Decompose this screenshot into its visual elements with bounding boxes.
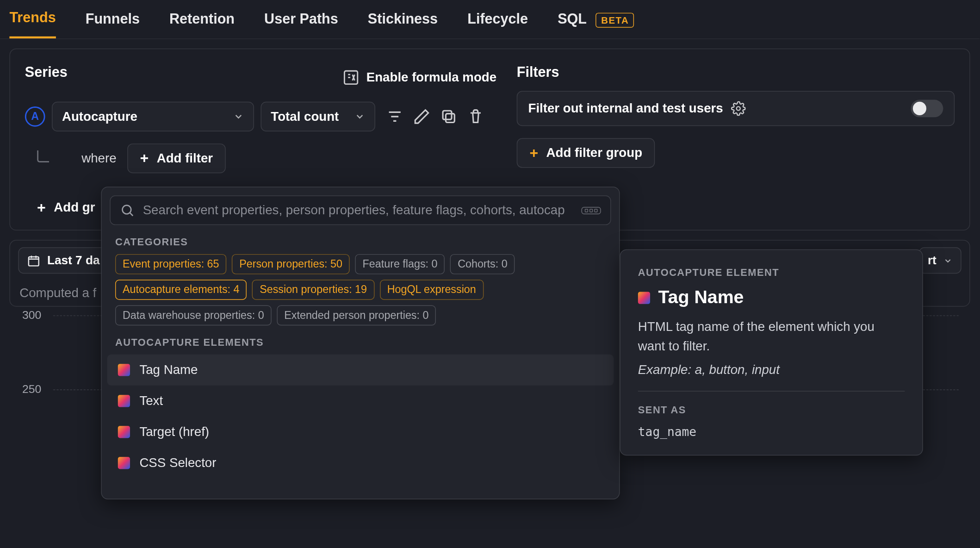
corner-icon: [37, 150, 49, 162]
plus-icon: +: [529, 145, 538, 160]
chevron-down-icon: [943, 256, 952, 265]
svg-rect-2: [443, 111, 452, 119]
sent-as-label: SENT AS: [638, 404, 905, 415]
internal-test-label: Filter out internal and test users: [528, 101, 723, 116]
yaxis-tick-250: 250: [22, 383, 41, 396]
list-item-label: Target (href): [139, 424, 209, 439]
add-filter-group-button[interactable]: + Add filter group: [517, 138, 655, 168]
elements-heading: AUTOCAPTURE ELEMENTS: [115, 336, 606, 348]
internal-test-toggle[interactable]: [911, 100, 943, 117]
beta-badge: BETA: [596, 12, 634, 27]
yaxis-tick-300: 300: [22, 309, 41, 322]
calendar-icon: [27, 254, 40, 267]
plus-icon: +: [140, 151, 149, 166]
chevron-down-icon: [233, 111, 244, 122]
chip-event-properties[interactable]: Event properties: 65: [115, 254, 227, 274]
list-item-text[interactable]: Text: [107, 386, 614, 417]
keyboard-icon: [582, 206, 601, 214]
where-row: where + Add filter: [25, 143, 496, 173]
filter-icon[interactable]: [386, 108, 403, 125]
series-badge-a: A: [25, 106, 45, 127]
insight-tabs: Trends Funnels Retention User Paths Stic…: [0, 0, 980, 39]
tab-sql[interactable]: SQL BETA: [558, 11, 634, 37]
search-icon: [120, 203, 135, 218]
autocapture-icon: [638, 292, 650, 304]
add-filter-label: Add filter: [157, 151, 213, 166]
svg-rect-4: [29, 256, 39, 265]
date-range-value: Last 7 da: [47, 253, 100, 268]
list-item-target-href[interactable]: Target (href): [107, 417, 614, 448]
chip-hogql[interactable]: HogQL expression: [380, 280, 484, 300]
tooltip-title-text: Tag Name: [658, 287, 744, 308]
tab-trends[interactable]: Trends: [9, 9, 56, 38]
chip-session-properties[interactable]: Session properties: 19: [252, 280, 374, 300]
aggregation-value: Total count: [271, 109, 339, 124]
list-item-css-selector[interactable]: CSS Selector: [107, 448, 614, 479]
series-row-a: A Autocapture Total count: [25, 102, 496, 131]
autocapture-icon: [118, 395, 130, 407]
categories-heading: CATEGORIES: [115, 236, 606, 248]
chip-feature-flags[interactable]: Feature flags: 0: [355, 254, 445, 274]
tab-stickiness[interactable]: Stickiness: [368, 11, 438, 37]
filters-title: Filters: [517, 64, 955, 80]
where-label: where: [81, 151, 116, 166]
tab-funnels[interactable]: Funnels: [86, 11, 140, 37]
formula-mode-toggle[interactable]: Enable formula mode: [342, 69, 496, 87]
tab-sql-label: SQL: [558, 11, 586, 26]
property-search-popup: CATEGORIES Event properties: 65 Person p…: [101, 187, 620, 499]
trash-icon[interactable]: [467, 108, 484, 125]
gear-icon[interactable]: [731, 101, 746, 116]
search-wrap: [110, 195, 611, 225]
plus-icon: +: [37, 200, 46, 215]
autocapture-icon: [118, 426, 130, 438]
property-search-input[interactable]: [143, 203, 573, 218]
property-tooltip: AUTOCAPTURE ELEMENT Tag Name HTML tag na…: [620, 249, 923, 456]
list-item-label: Text: [139, 393, 163, 408]
sent-as-value: tag_name: [638, 424, 905, 439]
aggregation-select[interactable]: Total count: [261, 102, 375, 131]
formula-mode-label: Enable formula mode: [366, 70, 496, 85]
chart-type-value: rt: [928, 253, 937, 268]
svg-rect-1: [446, 114, 454, 123]
tooltip-example: Example: a, button, input: [638, 362, 905, 377]
tooltip-description: HTML tag name of the element which you w…: [638, 318, 905, 356]
edit-icon[interactable]: [413, 108, 431, 125]
copy-icon[interactable]: [440, 108, 458, 125]
category-chips: Event properties: 65 Person properties: …: [115, 254, 606, 325]
chip-data-warehouse[interactable]: Data warehouse properties: 0: [115, 305, 272, 326]
event-select[interactable]: Autocapture: [52, 102, 254, 131]
series-title: Series: [25, 64, 68, 80]
autocapture-element-list: Tag Name Text Target (href) CSS Selector: [107, 355, 614, 479]
add-filter-group-label: Add filter group: [546, 145, 642, 160]
internal-test-users-filter: Filter out internal and test users: [517, 91, 955, 126]
chart-type-select[interactable]: rt: [919, 247, 961, 274]
date-range-select[interactable]: Last 7 da: [18, 247, 108, 274]
chip-cohorts[interactable]: Cohorts: 0: [450, 254, 515, 274]
chip-autocapture-elements[interactable]: Autocapture elements: 4: [115, 280, 247, 300]
tooltip-overline: AUTOCAPTURE ELEMENT: [638, 266, 905, 278]
tab-lifecycle[interactable]: Lifecycle: [467, 11, 528, 37]
tab-user-paths[interactable]: User Paths: [264, 11, 338, 37]
chevron-down-icon: [354, 111, 365, 122]
add-filter-button[interactable]: + Add filter: [127, 143, 226, 173]
tab-retention[interactable]: Retention: [169, 11, 235, 37]
svg-rect-0: [344, 71, 357, 84]
chip-extended-person[interactable]: Extended person properties: 0: [277, 305, 436, 326]
add-graph-series-label: Add gr: [54, 200, 95, 215]
svg-point-3: [737, 106, 740, 110]
formula-icon: [342, 69, 360, 87]
autocapture-icon: [118, 457, 130, 469]
divider: [638, 391, 905, 391]
list-item-label: Tag Name: [139, 362, 198, 377]
svg-point-6: [123, 206, 131, 214]
autocapture-icon: [118, 364, 130, 376]
event-select-value: Autocapture: [62, 109, 137, 124]
list-item-label: CSS Selector: [139, 455, 216, 470]
chip-person-properties[interactable]: Person properties: 50: [232, 254, 350, 274]
list-item-tag-name[interactable]: Tag Name: [107, 355, 614, 386]
